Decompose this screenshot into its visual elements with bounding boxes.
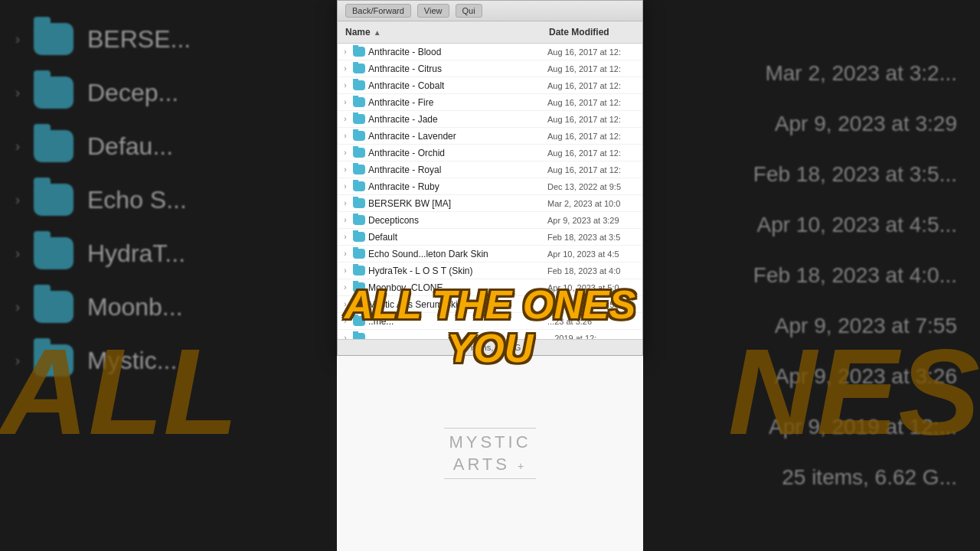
folder-icon [353, 215, 365, 225]
row-name: ... [368, 333, 376, 340]
row-name: Decepticons [368, 215, 419, 226]
row-date: ...2019 at 12: [543, 334, 642, 340]
row-left: › Moonboy_CLONE [338, 281, 543, 295]
table-row[interactable]: › Echo Sound...leton Dark Skin Apr 10, 2… [338, 246, 642, 262]
bg-date: Feb 18, 2023 at 3:5... [681, 153, 957, 196]
bg-date: Apr 9, 2023 at 3:26 [681, 355, 957, 398]
mystic-arts-logo: MYSTIC ARTS + [444, 425, 536, 482]
chevron-right-icon: › [341, 148, 350, 157]
mystic-arts-line1: MYSTIC [444, 432, 536, 454]
chevron-right-icon: › [341, 216, 350, 224]
bg-chevron-icon: › [15, 85, 20, 101]
row-left: › ..me... [338, 315, 543, 328]
mystic-arts-area: MYSTIC ARTS + [337, 356, 643, 551]
chevron-right-icon: › [341, 283, 350, 292]
row-left: › Anthracite - Jade [338, 112, 543, 126]
chevron-right-icon: › [341, 266, 350, 275]
row-date: Apr 10, 2023 at 5:0 [543, 283, 642, 292]
row-left: › Anthracite - Royal [338, 163, 543, 177]
folder-icon [353, 64, 365, 73]
view-button[interactable]: View [417, 4, 449, 18]
row-name: Mystic Arts Serum Skin [368, 299, 462, 310]
row-left: › Anthracite - Citrus [338, 62, 543, 76]
folder-icon [353, 80, 365, 90]
row-date: Aug 16, 2017 at 12: [543, 148, 642, 158]
row-left: › ... [338, 331, 543, 340]
logo-top-line [444, 428, 536, 429]
mystic-arts-line2: ARTS + [444, 454, 536, 476]
folder-icon [353, 282, 365, 292]
row-date: Aug 16, 2017 at 12: [543, 64, 642, 73]
row-name: Moonboy_CLONE [368, 282, 443, 293]
row-name: HydraTek - L O S T (Skin) [368, 266, 472, 276]
folder-icon [353, 148, 365, 158]
row-name: Default [368, 232, 397, 243]
quit-button[interactable]: Qui [456, 4, 482, 18]
table-row[interactable]: › Anthracite - Blood Aug 16, 2017 at 12: [338, 44, 642, 60]
table-row[interactable]: › Anthracite - Citrus Aug 16, 2017 at 12… [338, 60, 642, 77]
row-date: Aug 16, 2017 at 12: [543, 81, 642, 90]
bg-folder-item: › Mystic... [15, 344, 306, 377]
table-row[interactable]: › HydraTek - L O S T (Skin) Feb 18, 2023… [338, 262, 642, 279]
bg-folder-item: › Moonb... [15, 291, 306, 323]
row-left: › Anthracite - Orchid [338, 146, 543, 160]
bg-folder-item: › Defau... [15, 130, 306, 162]
row-date: Apr 9, 2023 at 7:55 [543, 300, 642, 309]
bg-folder-icon [34, 77, 74, 109]
bg-folder-item: › Decep... [15, 77, 306, 109]
bg-folder-label: Moonb... [87, 293, 183, 321]
bg-folder-icon [34, 130, 74, 162]
bg-date: Apr 10, 2023 at 4:5... [681, 204, 957, 246]
table-row[interactable]: › BERSERK BW [MA] Mar 2, 2023 at 10:0 [338, 195, 642, 212]
bg-date: Mar 2, 2023 at 3:2... [681, 52, 957, 95]
bg-date: 25 items, 6.62 G... [681, 456, 957, 499]
row-name: BERSERK BW [MA] [368, 198, 451, 209]
folder-icon [353, 249, 365, 259]
row-name: Anthracite - Ruby [368, 181, 439, 192]
folder-icon [353, 299, 365, 309]
logo-bottom-line [444, 478, 536, 479]
finder-window: Back/Forward View Qui Name ▲ Date Modifi… [337, 0, 643, 356]
table-row[interactable]: › Moonboy_CLONE Apr 10, 2023 at 5:0 [338, 279, 642, 296]
chevron-right-icon: › [341, 115, 350, 123]
table-row[interactable]: › Anthracite - Jade Aug 16, 2017 at 12: [338, 111, 642, 128]
table-row[interactable]: › ..me... ...23 at 3:26 [338, 313, 642, 330]
bg-chevron-icon: › [15, 31, 20, 47]
folder-icon [353, 198, 365, 208]
folder-icon [353, 97, 365, 107]
background-right: Mar 2, 2023 at 3:2... Apr 9, 2023 at 3:2… [658, 0, 980, 551]
bg-date: Apr 9, 2023 at 3:29 [681, 103, 957, 145]
chevron-right-icon: › [341, 182, 350, 191]
table-row[interactable]: › Mystic Arts Serum Skin Apr 9, 2023 at … [338, 296, 642, 313]
row-left: › Decepticons [338, 214, 543, 227]
folder-icon [353, 266, 365, 276]
sort-arrow-icon: ▲ [374, 28, 381, 37]
row-date: Apr 9, 2023 at 3:29 [543, 216, 642, 225]
table-row[interactable]: › ... ...2019 at 12: [338, 330, 642, 339]
table-row[interactable]: › Anthracite - Royal Aug 16, 2017 at 12: [338, 161, 642, 178]
bg-chevron-icon: › [15, 299, 20, 315]
chevron-right-icon: › [341, 249, 350, 258]
table-row[interactable]: › Anthracite - Orchid Aug 16, 2017 at 12… [338, 145, 642, 161]
row-name: Anthracite - Orchid [368, 148, 445, 158]
table-row[interactable]: › Anthracite - Cobalt Aug 16, 2017 at 12… [338, 77, 642, 94]
bg-folder-label: BERSE... [87, 25, 191, 54]
back-forward-button[interactable]: Back/Forward [345, 4, 411, 18]
finder-list[interactable]: › Anthracite - Blood Aug 16, 2017 at 12:… [338, 44, 642, 339]
row-name: Anthracite - Cobalt [368, 80, 444, 91]
chevron-right-icon: › [341, 98, 350, 106]
row-name: Anthracite - Citrus [368, 64, 442, 74]
table-row[interactable]: › Anthracite - Ruby Dec 13, 2022 at 9:5 [338, 178, 642, 195]
table-row[interactable]: › Anthracite - Fire Aug 16, 2017 at 12: [338, 94, 642, 111]
table-row[interactable]: › Decepticons Apr 9, 2023 at 3:29 [338, 212, 642, 229]
bg-date: Apr 9, 2023 at 7:55 [681, 305, 957, 347]
chevron-right-icon: › [341, 300, 350, 308]
table-row[interactable]: › Anthracite - Lavender Aug 16, 2017 at … [338, 128, 642, 145]
row-name: Anthracite - Fire [368, 97, 433, 108]
row-name: Echo Sound...leton Dark Skin [368, 249, 488, 259]
bg-folder-icon [34, 237, 74, 269]
row-name: Anthracite - Jade [368, 114, 438, 125]
row-date: Feb 18, 2023 at 4:0 [543, 266, 642, 276]
row-date: Aug 16, 2017 at 12: [543, 47, 642, 57]
table-row[interactable]: › Default Feb 18, 2023 at 3:5 [338, 229, 642, 246]
